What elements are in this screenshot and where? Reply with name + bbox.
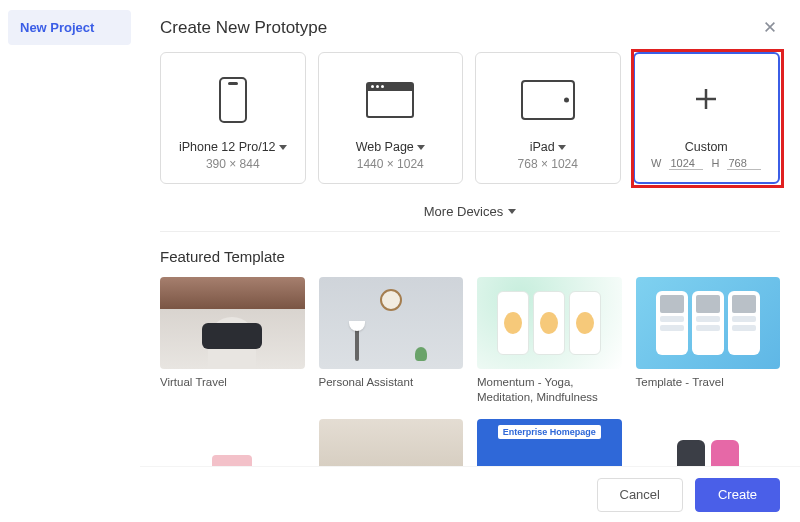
dialog-footer: Cancel Create (140, 466, 800, 522)
chevron-down-icon (558, 145, 566, 150)
template-name: Personal Assistant (319, 375, 464, 390)
device-dimensions: 1440 × 1024 (357, 157, 424, 171)
template-item-virtual-travel[interactable]: Virtual Travel (160, 277, 305, 405)
cancel-button[interactable]: Cancel (597, 478, 683, 512)
create-button[interactable]: Create (695, 478, 780, 512)
device-card-custom[interactable]: Custom W H (633, 52, 781, 184)
close-button[interactable] (760, 18, 780, 38)
dialog-create-prototype: Create New Prototype iPhone 12 Pro/12 39… (140, 0, 800, 522)
device-dimensions: 768 × 1024 (518, 157, 578, 171)
device-label: Web Page (356, 140, 414, 154)
template-name: Virtual Travel (160, 375, 305, 390)
template-thumbnail (477, 277, 622, 369)
template-thumbnail (160, 277, 305, 369)
button-label: Create (718, 487, 757, 502)
plus-icon (691, 84, 721, 117)
chevron-down-icon (508, 209, 516, 214)
template-tag: Enterprise Homepage (498, 425, 601, 439)
chevron-down-icon (279, 145, 287, 150)
featured-template-heading: Featured Template (160, 248, 780, 265)
more-devices-toggle[interactable]: More Devices (160, 194, 780, 231)
sidebar-item-label: New Project (20, 20, 94, 35)
chevron-down-icon (417, 145, 425, 150)
phone-icon (219, 77, 247, 123)
custom-height-input[interactable] (727, 157, 761, 170)
custom-width-input[interactable] (669, 157, 703, 170)
template-item-personal-assistant[interactable]: Personal Assistant (319, 277, 464, 405)
device-label: iPad (530, 140, 555, 154)
template-thumbnail (636, 277, 781, 369)
width-prefix: W (651, 157, 661, 169)
device-dimensions: 390 × 844 (206, 157, 260, 171)
device-card-webpage[interactable]: Web Page 1440 × 1024 (318, 52, 464, 184)
divider (160, 231, 780, 232)
height-prefix: H (711, 157, 719, 169)
tablet-icon (521, 80, 575, 120)
device-card-ipad[interactable]: iPad 768 × 1024 (475, 52, 621, 184)
template-row: Virtual Travel Personal Assistant Moment… (160, 277, 780, 405)
template-thumbnail (319, 277, 464, 369)
device-card-iphone[interactable]: iPhone 12 Pro/12 390 × 844 (160, 52, 306, 184)
browser-icon (366, 82, 414, 118)
template-name: Momentum - Yoga, Meditation, Mindfulness (477, 375, 622, 405)
sidebar: New Project (0, 0, 140, 522)
template-item-momentum-yoga[interactable]: Momentum - Yoga, Meditation, Mindfulness (477, 277, 622, 405)
close-icon (763, 20, 777, 37)
button-label: Cancel (620, 487, 660, 502)
dialog-title: Create New Prototype (160, 18, 327, 38)
device-type-row: iPhone 12 Pro/12 390 × 844 Web Page 1440… (160, 52, 780, 184)
device-label: Custom (685, 140, 728, 154)
more-devices-label: More Devices (424, 204, 503, 219)
template-item-template-travel[interactable]: Template - Travel (636, 277, 781, 405)
template-name: Template - Travel (636, 375, 781, 390)
device-label: iPhone 12 Pro/12 (179, 140, 276, 154)
sidebar-item-new-project[interactable]: New Project (8, 10, 131, 45)
